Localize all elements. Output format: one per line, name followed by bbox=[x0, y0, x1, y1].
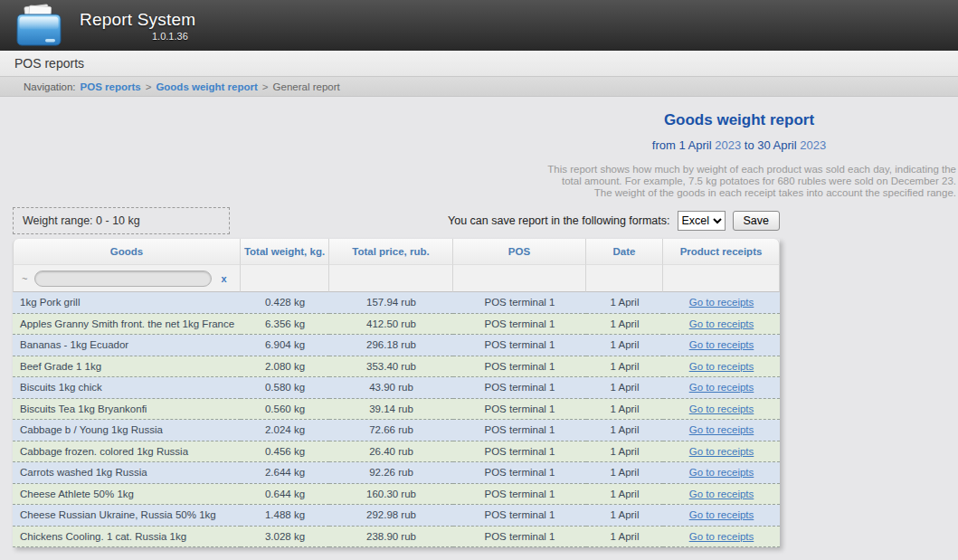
table-row: Biscuits 1kg chick0.580 kg43.90 rubPOS t… bbox=[13, 377, 780, 399]
column-header-total-price: Total price, rub. bbox=[329, 239, 453, 265]
go-to-receipts-link[interactable]: Go to receipts bbox=[689, 297, 754, 308]
filter-row: ~ x bbox=[13, 265, 780, 292]
price-cell: 160.30 rub bbox=[329, 484, 453, 506]
go-to-receipts-link[interactable]: Go to receipts bbox=[689, 339, 754, 350]
pos-cell: POS terminal 1 bbox=[453, 377, 586, 399]
go-to-receipts-link[interactable]: Go to receipts bbox=[689, 382, 754, 393]
receipts-cell: Go to receipts bbox=[663, 441, 780, 463]
table-body: 1kg Pork grill0.428 kg157.94 rubPOS term… bbox=[13, 292, 780, 547]
go-to-receipts-link[interactable]: Go to receipts bbox=[689, 531, 754, 542]
table-row: Cheese Athlete 50% 1kg0.644 kg160.30 rub… bbox=[13, 484, 780, 506]
filter-cell-empty bbox=[586, 265, 663, 292]
table-row: Biscuits Tea 1kg Bryankonfi0.560 kg39.14… bbox=[13, 399, 780, 421]
pos-cell: POS terminal 1 bbox=[453, 399, 586, 421]
breadcrumb-prefix: Navigation: bbox=[24, 81, 76, 92]
price-cell: 43.90 rub bbox=[329, 377, 453, 399]
save-format-label: You can save report in the following for… bbox=[448, 214, 670, 227]
weight-cell: 6.904 kg bbox=[241, 335, 329, 356]
price-cell: 157.94 rub bbox=[329, 292, 453, 314]
go-to-receipts-link[interactable]: Go to receipts bbox=[689, 318, 754, 329]
breadcrumb-link-pos-reports[interactable]: POS reports bbox=[81, 81, 141, 92]
receipts-cell: Go to receipts bbox=[663, 527, 780, 548]
weight-cell: 0.580 kg bbox=[241, 377, 329, 399]
weight-cell: 6.356 kg bbox=[241, 314, 329, 336]
save-button[interactable]: Save bbox=[733, 211, 781, 231]
weight-cell: 2.080 kg bbox=[241, 356, 329, 378]
date-cell: 1 April bbox=[586, 527, 663, 548]
date-cell: 1 April bbox=[586, 399, 663, 421]
table-row: Beef Grade 1 1kg2.080 kg353.40 rubPOS te… bbox=[13, 356, 780, 378]
column-header-total-weight: Total weight, kg. bbox=[241, 239, 329, 265]
price-cell: 238.90 rub bbox=[329, 527, 453, 548]
goods-cell: Cheese Russian Ukraine, Russia 50% 1kg bbox=[13, 505, 241, 527]
go-to-receipts-link[interactable]: Go to receipts bbox=[689, 509, 754, 520]
pos-cell: POS terminal 1 bbox=[453, 335, 586, 356]
filter-cell-empty bbox=[663, 265, 780, 292]
price-cell: 296.18 rub bbox=[329, 335, 453, 356]
goods-filter-input[interactable] bbox=[34, 271, 212, 287]
weight-cell: 0.644 kg bbox=[241, 484, 329, 506]
report-table: Goods Total weight, kg. Total price, rub… bbox=[13, 239, 780, 547]
go-to-receipts-link[interactable]: Go to receipts bbox=[689, 361, 754, 372]
goods-cell: Chickens Cooling. 1 cat. Russia 1kg bbox=[13, 527, 241, 548]
date-cell: 1 April bbox=[586, 292, 663, 314]
page-title: Goods weight report bbox=[522, 111, 956, 129]
date-cell: 1 April bbox=[586, 441, 663, 463]
weight-range-box: Weight range: 0 - 10 kg bbox=[13, 207, 230, 234]
format-select[interactable]: Excel bbox=[678, 211, 726, 231]
table-row: Cabbage b / Young 1kg Russia2.024 kg72.6… bbox=[13, 420, 780, 441]
weight-cell: 0.428 kg bbox=[241, 292, 329, 314]
weight-cell: 2.644 kg bbox=[241, 462, 329, 484]
go-to-receipts-link[interactable]: Go to receipts bbox=[689, 424, 754, 435]
goods-cell: Cheese Athlete 50% 1kg bbox=[13, 484, 241, 506]
receipts-cell: Go to receipts bbox=[663, 420, 780, 441]
weight-cell: 3.028 kg bbox=[241, 527, 329, 548]
table-row: Cheese Russian Ukraine, Russia 50% 1kg1.… bbox=[13, 505, 780, 527]
column-header-date: Date bbox=[586, 239, 663, 265]
receipts-cell: Go to receipts bbox=[663, 399, 780, 421]
goods-cell: Carrots washed 1kg Russia bbox=[13, 462, 241, 484]
clear-filter-button[interactable]: x bbox=[221, 273, 226, 284]
weight-cell: 1.488 kg bbox=[241, 505, 329, 527]
filter-cell-empty bbox=[329, 265, 453, 292]
price-cell: 353.40 rub bbox=[329, 356, 453, 378]
menu-item-pos-reports[interactable]: POS reports bbox=[14, 56, 84, 71]
filter-cell-empty bbox=[241, 265, 329, 292]
breadcrumb-link-goods-weight-report[interactable]: Goods weight report bbox=[156, 81, 257, 92]
save-controls: You can save report in the following for… bbox=[448, 211, 780, 231]
price-cell: 92.26 rub bbox=[329, 462, 453, 484]
date-cell: 1 April bbox=[586, 484, 663, 506]
filter-tilde-label: ~ bbox=[22, 273, 27, 284]
date-cell: 1 April bbox=[586, 420, 663, 441]
goods-cell: Bananas - 1kg Ecuador bbox=[13, 335, 241, 356]
price-cell: 26.40 rub bbox=[329, 441, 453, 463]
price-cell: 72.66 rub bbox=[329, 420, 453, 441]
price-cell: 39.14 rub bbox=[329, 399, 453, 421]
goods-cell: Apples Granny Smith front. the net 1kg F… bbox=[13, 314, 241, 336]
report-description: This report shows how much by weight of … bbox=[522, 164, 956, 199]
receipts-cell: Go to receipts bbox=[663, 335, 780, 356]
filter-cell-empty bbox=[453, 265, 586, 292]
table-row: Carrots washed 1kg Russia2.644 kg92.26 r… bbox=[13, 462, 780, 484]
column-header-product-receipts: Product receipts bbox=[663, 239, 780, 265]
goods-cell: 1kg Pork grill bbox=[13, 292, 241, 314]
app-title: Report System bbox=[80, 10, 195, 30]
go-to-receipts-link[interactable]: Go to receipts bbox=[689, 446, 754, 457]
breadcrumb-separator: > bbox=[146, 81, 152, 92]
receipts-cell: Go to receipts bbox=[663, 505, 780, 527]
table-row: Cabbage frozen. colored 1kg Russia0.456 … bbox=[13, 441, 780, 463]
date-cell: 1 April bbox=[586, 314, 663, 336]
price-cell: 412.50 rub bbox=[329, 314, 453, 336]
table-header-row: Goods Total weight, kg. Total price, rub… bbox=[13, 239, 780, 265]
table-row: 1kg Pork grill0.428 kg157.94 rubPOS term… bbox=[13, 292, 780, 314]
go-to-receipts-link[interactable]: Go to receipts bbox=[689, 403, 754, 414]
goods-cell: Cabbage b / Young 1kg Russia bbox=[13, 420, 241, 441]
table-row: Chickens Cooling. 1 cat. Russia 1kg3.028… bbox=[13, 527, 780, 548]
go-to-receipts-link[interactable]: Go to receipts bbox=[689, 489, 754, 499]
date-cell: 1 April bbox=[586, 377, 663, 399]
go-to-receipts-link[interactable]: Go to receipts bbox=[689, 467, 754, 478]
breadcrumb: Navigation: POS reports > Goods weight r… bbox=[0, 77, 958, 97]
pos-cell: POS terminal 1 bbox=[453, 505, 586, 527]
report-heading: Goods weight report from 1 April 2023 to… bbox=[522, 111, 956, 199]
pos-cell: POS terminal 1 bbox=[453, 527, 586, 548]
